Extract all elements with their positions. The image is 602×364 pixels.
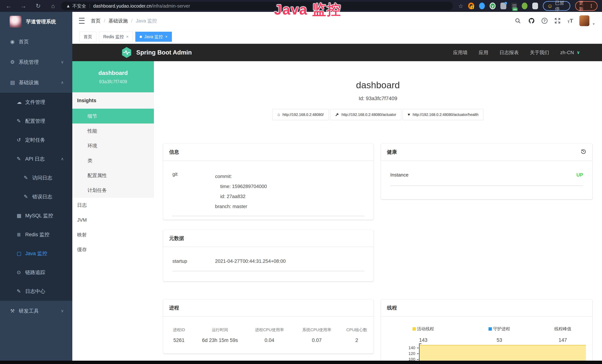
extension-badge: 1 [471,6,474,9]
font-size-icon[interactable]: TT [568,18,573,24]
nav-item-caches[interactable]: 缓存 [72,242,154,257]
legend-blue-swatch [489,327,492,331]
card-title: 元数据 [169,235,184,242]
instance-header: dashboard 93a3fc7f7409 [72,61,154,92]
search-icon[interactable] [514,17,522,24]
sidebar-item-system[interactable]: ⚙ 系统管理 ∨ [0,52,72,72]
extension-orange-icon[interactable]: 1 [468,3,474,9]
menu-dots-icon[interactable]: ⋮ [589,3,594,9]
chevron-down-icon: ∨ [577,50,580,55]
browser-update-button[interactable]: 更新 ⋮ [575,1,598,11]
sidebar-item-errorlog[interactable]: ✎ 错误日志 [0,187,72,206]
sba-nav-journal[interactable]: 日志报表 [499,49,519,56]
back-icon[interactable]: ← [5,3,12,10]
profile-paused-chip[interactable]: ☺ 已暂停 [543,1,570,11]
avatar-caret-icon[interactable]: ▾ [593,22,595,26]
sidebar-item-file[interactable]: ☁ 文件管理 [0,93,72,112]
extension-leaf-icon[interactable] [522,3,527,9]
sidebar-item-devtools[interactable]: ⚒ 研发工具 ∨ [0,301,72,321]
user-avatar[interactable] [579,15,589,26]
sidebar-item-label: Java 监控 [25,250,47,257]
sidebar-item-label: MySQL 监控 [25,212,53,219]
sidebar-item-label: 定时任务 [25,137,45,143]
app-logo-row[interactable]: 芋道管理系统 [0,12,72,32]
health-url-button[interactable]: ♥ http://192.168.0.2:48080/actuator/heal… [403,109,484,120]
sidebar-item-infra[interactable]: ▤ 基础设施 ∧ [0,72,72,93]
nav-item-configprops[interactable]: 配置属性 [72,168,154,183]
sidebar-item-apilog[interactable]: ✎ API 日志 ∧ [0,150,72,168]
reload-icon[interactable]: ↻ [35,2,42,10]
edit-icon: ✎ [17,118,25,124]
sidebar-item-mysql[interactable]: ▦ MySQL 监控 [0,206,72,225]
sidebar-item-redis[interactable]: ≣ Redis 监控 [0,225,72,244]
sidebar-item-accesslog[interactable]: ✎ 访问日志 [0,168,72,187]
breadcrumb-home[interactable]: 首页 [91,18,100,24]
metadata-row-value: 2021-04-27T00:44:31.254+08:00 [215,258,286,271]
sidebar-item-label: Redis 监控 [25,231,50,238]
home-icon[interactable]: ⌂ [50,3,56,10]
nav-item-mappings[interactable]: 映射 [72,227,154,242]
breadcrumb-infra[interactable]: 基础设施 [108,18,128,24]
nav-item-scheduledtasks[interactable]: 计划任务 [72,183,154,198]
y-tick-mark [417,359,419,360]
heartbeat-icon: ♥ [408,112,410,117]
bottom-edge-strip [0,361,602,364]
fullscreen-icon[interactable] [554,17,561,24]
sba-nav-wallboard[interactable]: 应用墙 [453,49,468,56]
y-tick-label: 140 [381,345,415,351]
page-title: dashboard [154,80,602,90]
extension-switch-icon[interactable]: on [511,3,517,9]
col-system-cpu: 系统CPU使用率 [294,327,340,333]
github-icon[interactable] [528,17,535,24]
extension-green-icon[interactable]: y [490,3,495,9]
sidebar-item-java[interactable]: ▢ Java 监控 [0,244,72,263]
history-icon: ↺ [17,137,25,143]
hamburger-icon[interactable] [79,18,85,24]
sba-brand[interactable]: Spring Boot Admin [121,47,192,58]
tab-home[interactable]: 首页 [79,32,97,42]
sidebar-item-home[interactable]: ◉ 首页 [0,32,72,52]
sidebar-item-logcenter[interactable]: ✎ 日志中心 [0,282,72,301]
tab-redis[interactable]: Redis 监控 × [99,32,133,42]
sidebar-item-label: 首页 [19,38,29,45]
service-url-button[interactable]: ⌂ http://192.168.0.2:48080/ [272,109,329,120]
java-monitor-icon: ▢ [17,250,25,257]
close-icon[interactable]: × [165,34,168,39]
close-icon[interactable]: × [126,34,129,39]
tab-label: Java 监控 [144,34,163,40]
tab-label: Redis 监控 [103,34,124,40]
git-time-line: time: 1596289704000 [215,181,267,191]
sba-nav-applications[interactable]: 应用 [479,49,488,56]
y-tick-label: 120 [381,351,415,356]
nav-item-logfile[interactable]: 日志 [72,198,154,213]
address-bar[interactable]: ▲ 不安全 dashboard.yudao.iocoder.cn /infra/… [61,2,453,10]
actuator-url-button[interactable]: http://192.168.0.2:48080/actuator [330,109,401,120]
sba-nav-about[interactable]: 关于我们 [530,49,549,56]
app-logo-image [10,16,22,28]
extensions-puzzle-icon[interactable] [532,3,538,9]
forward-icon[interactable]: → [20,3,27,10]
extension-pin-icon[interactable] [479,3,485,9]
chevron-up-icon: ∧ [61,80,64,85]
breadcrumb-separator: / [104,18,105,24]
extension-grid-icon[interactable] [500,3,506,9]
history-icon[interactable] [580,149,586,156]
info-row-label: git [172,171,215,211]
security-label[interactable]: 不安全 [72,3,86,9]
tab-java[interactable]: Java 监控 × [135,32,172,42]
sba-logo-icon [121,47,132,58]
sidebar-submenu-infra: ☁ 文件管理 ✎ 配置管理 ↺ 定时任务 ✎ API 日志 ∧ ✎ [0,93,72,301]
nav-item-env[interactable]: 环境 [72,138,154,153]
sidebar-item-config[interactable]: ✎ 配置管理 [0,112,72,130]
log-edit-icon: ✎ [17,156,25,162]
nav-item-details[interactable]: 细节 [72,109,154,124]
help-icon[interactable]: ? [542,18,548,24]
sidebar-item-trace[interactable]: ⊙ 链路追踪 [0,263,72,282]
bookmark-star-icon[interactable]: ☆ [458,3,463,9]
nav-item-classes[interactable]: 类 [72,153,154,168]
sidebar-item-job[interactable]: ↺ 定时任务 [0,130,72,150]
col-cpus: CPU核心数 [340,327,374,333]
sba-locale-select[interactable]: zh-CN ∨ [560,50,580,55]
nav-item-jvm[interactable]: JVM [72,213,154,227]
nav-item-metrics[interactable]: 性能 [72,124,154,138]
